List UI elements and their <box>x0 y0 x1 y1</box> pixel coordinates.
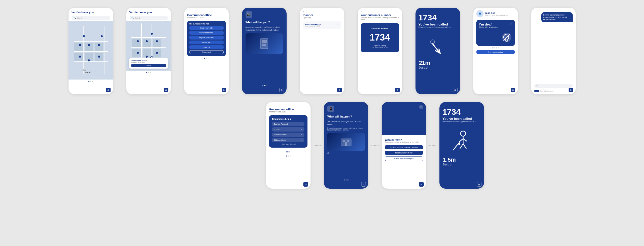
finances-btn[interactable]: Finances <box>189 45 224 49</box>
map-svg-1: Buc arest <box>69 21 113 80</box>
dot-8-3 <box>496 47 497 48</box>
screen-11-step <box>327 152 365 154</box>
doc-birth-cert[interactable]: Birth certificate ○ <box>272 138 304 142</box>
toggle-label: Knows-fabula icons <box>540 90 554 92</box>
deaf-icon <box>502 32 512 42</box>
screen-10-header: ← Government office Andréasy út 55, 1062 <box>266 102 311 114</box>
svg-point-41 <box>156 52 158 54</box>
footer-logo-7: G <box>453 88 458 92</box>
planner-item-title: Government office <box>305 23 321 25</box>
screen-2-header: Verified near you <box>126 8 171 15</box>
camera-icon: 📷 <box>247 13 251 16</box>
called-desk-13: Desk 14 <box>443 163 480 166</box>
search-icon-2: 🔍 <box>131 17 134 19</box>
map-2: Buc arest Government office Andréasy út … <box>126 21 171 71</box>
docs-title: Documents bring <box>272 118 304 120</box>
dot-3-1 <box>204 58 205 59</box>
healthcare-btn[interactable]: Healthcare <box>189 41 224 44</box>
svg-line-65 <box>460 144 463 148</box>
planner-item-addr: Andréasy út 55, 1062 <box>305 25 321 27</box>
three-dots-icon[interactable]: ⋮ <box>336 24 339 27</box>
screen-11-icon: 📱 <box>327 106 334 112</box>
arrived-btn[interactable]: I arrived, request customer number <box>385 145 423 149</box>
toggle-switch[interactable] <box>534 90 539 92</box>
back-button-3[interactable]: ← <box>187 10 226 13</box>
doc-expired-passport[interactable]: Expired Passport ○ <box>272 122 304 126</box>
footer-logo-4: G <box>279 88 284 92</box>
screen-5-header: ← Planner 1 pending <box>300 8 344 19</box>
planner-item-1[interactable]: Government office Andréasy út 55, 1062 ⋮ <box>303 21 341 29</box>
dont-have-label[interactable]: I don't have them all <box>272 143 304 145</box>
screen-chat: Hey! I'm looking to renew my passport as… <box>531 8 576 94</box>
watch-again-btn[interactable]: Watch instructions again <box>385 156 423 161</box>
doc-name-4: Birth certificate <box>274 139 286 141</box>
building-illustration <box>339 137 354 147</box>
dot-1-1 <box>88 81 89 82</box>
screen-4-body: As soon as you arrive, you'll need to co… <box>246 26 283 31</box>
svg-rect-50 <box>262 45 266 46</box>
called-time-section-7: 21m Desk 14 <box>415 60 460 69</box>
connector-11-12 <box>371 145 379 146</box>
screen-verified-near-you-2: Verified near you 🔍 Search <box>126 8 171 94</box>
cn-label: Customer number <box>364 27 396 30</box>
doc-your-id[interactable]: Your ID ○ <box>272 127 304 132</box>
screen-12-white: What's next? Government office at Andréa… <box>382 135 426 165</box>
dots-1 <box>69 81 113 82</box>
chat-input[interactable]: Aa <box>534 84 573 88</box>
svg-line-64 <box>463 139 467 141</box>
back-button-10[interactable]: ← <box>269 105 307 107</box>
svg-point-13 <box>79 44 81 46</box>
screen-11-image <box>327 133 365 151</box>
screen-2-title: Verified near you <box>129 11 168 14</box>
back-button-7[interactable]: ← <box>419 10 457 13</box>
replace-docs-btn[interactable]: Replace documents <box>189 36 224 40</box>
called-number-7: 1734 <box>419 13 457 22</box>
svg-rect-10 <box>74 53 83 61</box>
info-icon: ? <box>419 105 423 109</box>
screen-6-subtitle: You'll receive a notification, when your… <box>361 17 399 20</box>
deaf-sub: I have 98% hearing loss <box>479 26 499 28</box>
start-conversation-btn[interactable]: Start conversation <box>476 50 515 54</box>
connector-5-6 <box>347 51 355 51</box>
doc-name-2: Your ID <box>274 128 280 130</box>
called-distance-13: 1.5m <box>443 157 480 163</box>
planner-item-info: Government office Andréasy út 55, 1062 <box>305 23 321 27</box>
back-button-6[interactable]: ← <box>361 10 399 13</box>
dot-3-3 <box>208 58 209 59</box>
svg-rect-58 <box>343 140 345 142</box>
screen-called-2: ← 1734 You've been called Follow the arr… <box>439 102 484 189</box>
connector-1-2 <box>116 51 123 51</box>
search-bar-2[interactable]: 🔍 Search <box>129 16 168 20</box>
search-bar-1[interactable]: 🔍 Search <box>72 16 110 20</box>
svg-point-16 <box>79 56 81 58</box>
ticket-machine-illustration <box>254 37 274 50</box>
screen-3-address: Andréasy út 55, 1062 <box>187 17 226 18</box>
row-2: ← Government office Andréasy út 55, 1062… <box>5 102 639 189</box>
cn-number: 1734 <box>364 32 396 43</box>
back-button-13[interactable]: ← <box>442 105 481 107</box>
screen-customer-number: ← Your customer number You'll receive a … <box>358 8 402 94</box>
footer-logo-1: G <box>106 88 111 92</box>
renew-docs-btn[interactable]: Renew documents <box>189 31 224 35</box>
svg-point-18 <box>98 56 100 58</box>
issue-docs-btn[interactable]: Issue documents <box>189 26 224 30</box>
svg-point-51 <box>431 40 435 44</box>
check-icon-1: ○ <box>301 123 302 125</box>
svg-line-63 <box>459 139 463 142</box>
called-sub-7: Follow the arrow to find your administra… <box>419 26 457 28</box>
screen-whats-next: ? What's next? Government office at Andr… <box>382 102 426 189</box>
chat-bubble-1: Hey! I'm looking to renew my passport as… <box>541 12 573 22</box>
screen-4-icon: 📷 <box>246 11 252 18</box>
select-button[interactable]: Select <box>131 64 166 67</box>
svg-point-19 <box>83 35 85 37</box>
screen-1-header: Verified near you <box>69 8 113 15</box>
next-button[interactable]: Next <box>269 150 307 154</box>
back-button-5[interactable]: ← <box>303 10 341 13</box>
screen-called-1: ← 1734 You've been called Follow the arr… <box>415 8 460 94</box>
footer-logo-9: G <box>569 88 573 92</box>
custom-visit-btn[interactable]: Custom visit <box>189 50 224 54</box>
doc-residence-card[interactable]: Residence card ○ <box>272 133 304 137</box>
find-admin-btn[interactable]: Find the administrator <box>385 151 423 155</box>
dot-8-2 <box>494 47 495 48</box>
dot-10-3 <box>290 156 291 157</box>
